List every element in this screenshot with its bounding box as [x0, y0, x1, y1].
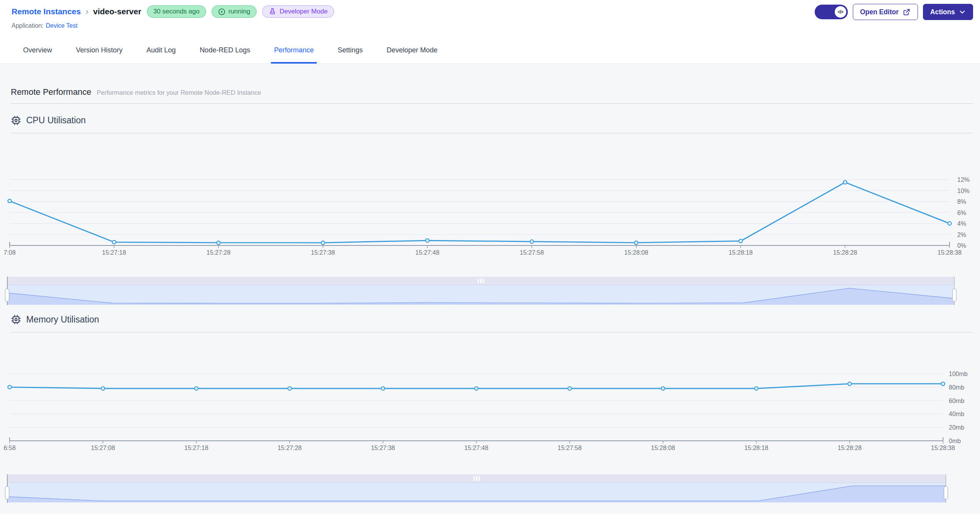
svg-text:15:27:58: 15:27:58: [558, 445, 582, 451]
chevron-down-icon: [959, 8, 966, 15]
memory-chip-icon: [11, 314, 21, 325]
last-seen-badge-label: 30 seconds ago: [153, 8, 200, 15]
svg-text:100mb: 100mb: [949, 371, 968, 377]
svg-text:15:27:38: 15:27:38: [311, 249, 335, 256]
svg-text:15:28:38: 15:28:38: [938, 249, 962, 256]
cpu-brush-left-handle[interactable]: [5, 289, 9, 302]
breadcrumb-current: video-server: [93, 7, 141, 16]
svg-text:4%: 4%: [957, 220, 966, 227]
last-seen-badge: 30 seconds ago: [147, 5, 206, 18]
svg-text:0%: 0%: [957, 242, 966, 249]
svg-text:2%: 2%: [957, 232, 966, 238]
app-root: Remote Instances › video-server 30 secon…: [0, 0, 980, 514]
actions-label: Actions: [930, 8, 955, 16]
cpu-brush-minimap[interactable]: [7, 285, 955, 305]
cpu-chart-canvas: 0%2%4%6%8%10%12%7:0815:27:1815:27:2815:2…: [0, 167, 980, 262]
svg-text:15:28:08: 15:28:08: [624, 249, 648, 256]
cpu-chip-icon: [11, 115, 21, 126]
svg-text:40mb: 40mb: [949, 411, 964, 417]
tab-overview[interactable]: Overview: [20, 39, 55, 64]
svg-text:20mb: 20mb: [949, 424, 964, 431]
memory-brush-left-handle[interactable]: [5, 486, 9, 499]
cpu-brush-right-handle[interactable]: [952, 289, 956, 302]
application-label: Application:: [12, 22, 44, 29]
tab-audit-log[interactable]: Audit Log: [143, 39, 179, 64]
svg-text:15:27:58: 15:27:58: [520, 249, 544, 256]
svg-text:12%: 12%: [957, 176, 970, 183]
cpu-brush-grip-icon[interactable]: [477, 279, 484, 283]
svg-text:6:58: 6:58: [3, 445, 15, 451]
svg-text:7:08: 7:08: [3, 249, 15, 256]
svg-text:60mb: 60mb: [949, 398, 964, 404]
svg-text:15:27:28: 15:27:28: [277, 445, 301, 451]
code-icon: </>: [835, 6, 846, 18]
memory-chart: 0mb20mb40mb60mb80mb100mb6:5815:27:0815:2…: [0, 333, 980, 457]
svg-text:10%: 10%: [957, 188, 970, 194]
actions-button[interactable]: Actions: [923, 4, 973, 20]
svg-text:8%: 8%: [957, 198, 966, 205]
memory-section-header: Memory Utilisation: [11, 313, 980, 326]
page-subtitle: Performance metrics for your Remote Node…: [97, 89, 261, 96]
page-title: Remote Performance: [11, 87, 91, 97]
tab-performance[interactable]: Performance: [271, 39, 317, 64]
svg-text:15:28:28: 15:28:28: [833, 249, 857, 256]
play-circle-icon: [218, 8, 225, 15]
svg-text:15:28:18: 15:28:18: [744, 445, 768, 451]
svg-text:15:27:48: 15:27:48: [464, 445, 488, 451]
main-content: Remote Performance Performance metrics f…: [0, 64, 980, 514]
cpu-section-title: CPU Utilisation: [26, 115, 86, 126]
svg-text:15:27:38: 15:27:38: [371, 445, 395, 451]
cpu-range-brush[interactable]: [7, 277, 955, 305]
memory-brush-grip-icon[interactable]: [473, 476, 480, 481]
tab-node-red-logs[interactable]: Node-RED Logs: [197, 39, 253, 64]
application-link[interactable]: Device Test: [46, 22, 77, 29]
svg-text:15:27:18: 15:27:18: [184, 445, 208, 451]
developer-mode-badge-label: Developer Mode: [279, 8, 328, 15]
memory-brush-minimap[interactable]: [7, 483, 946, 502]
svg-text:15:28:38: 15:28:38: [931, 445, 955, 451]
memory-brush-track[interactable]: [7, 474, 946, 483]
header: Remote Instances › video-server 30 secon…: [0, 0, 980, 39]
open-editor-label: Open Editor: [860, 8, 899, 16]
svg-text:15:28:18: 15:28:18: [729, 249, 753, 256]
tab-bar: Overview Version History Audit Log Node-…: [0, 39, 980, 64]
developer-mode-badge: Developer Mode: [262, 5, 334, 18]
svg-text:80mb: 80mb: [949, 384, 964, 391]
status-badge: running: [212, 5, 257, 18]
svg-text:15:28:28: 15:28:28: [838, 445, 862, 451]
breadcrumb-parent-link[interactable]: Remote Instances: [12, 7, 81, 16]
divider: [11, 103, 973, 104]
external-link-icon: [903, 8, 911, 16]
svg-text:0mb: 0mb: [949, 438, 961, 444]
svg-text:6%: 6%: [957, 210, 966, 216]
open-editor-button[interactable]: Open Editor: [853, 4, 918, 20]
memory-range-brush[interactable]: [7, 474, 946, 503]
cpu-section-header: CPU Utilisation: [11, 114, 980, 127]
tab-developer-mode[interactable]: Developer Mode: [383, 39, 440, 64]
memory-section-title: Memory Utilisation: [26, 314, 99, 325]
cpu-brush-track[interactable]: [7, 277, 955, 285]
svg-text:15:27:08: 15:27:08: [91, 445, 115, 451]
application-row: Application:Device Test: [12, 22, 968, 29]
chevron-right-icon: ›: [86, 7, 89, 16]
developer-mode-toggle[interactable]: </>: [815, 5, 848, 19]
status-badge-label: running: [229, 8, 250, 15]
tab-version-history[interactable]: Version History: [73, 39, 126, 64]
svg-text:15:27:48: 15:27:48: [415, 249, 439, 256]
svg-text:15:27:18: 15:27:18: [102, 249, 126, 256]
cpu-chart: 0%2%4%6%8%10%12%7:0815:27:1815:27:2815:2…: [0, 133, 980, 262]
svg-text:15:28:08: 15:28:08: [651, 445, 675, 451]
svg-text:15:27:28: 15:27:28: [207, 249, 230, 256]
page-head: Remote Performance Performance metrics f…: [0, 64, 980, 97]
memory-chart-canvas: 0mb20mb40mb60mb80mb100mb6:5815:27:0815:2…: [0, 364, 980, 458]
flask-icon: [269, 8, 276, 15]
header-actions: </> Open Editor Actions: [815, 4, 973, 20]
tab-settings[interactable]: Settings: [335, 39, 366, 64]
memory-brush-right-handle[interactable]: [944, 486, 948, 499]
